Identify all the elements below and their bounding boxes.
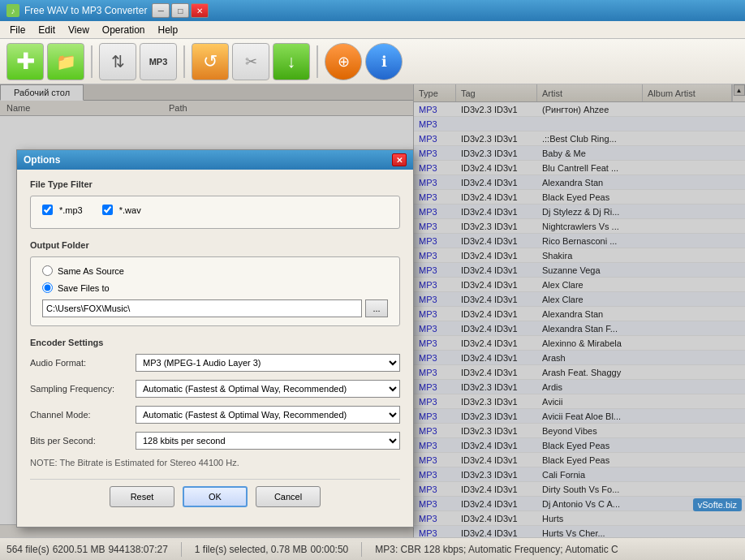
mp3-label: *.mp3 [59,205,83,215]
output-folder-label: Output Folder [30,240,400,250]
menu-view[interactable]: View [62,23,96,37]
dialog-title-bar: Options ✕ [17,150,413,170]
status-separator-2 [361,542,362,557]
maximize-button[interactable]: □ [171,3,189,18]
output-folder-section: Same As Source Save Files to ... [30,256,400,326]
add-folder-button[interactable]: 📁 [47,43,84,80]
cancel-button[interactable]: Cancel [256,486,321,507]
dialog-title: Options [24,154,60,166]
file-type-filter-label: File Type Filter [30,179,400,189]
sampling-freq-label: Sampling Frequency: [30,384,136,394]
options-dialog: Options ✕ File Type Filter *.mp3 *.wav O… [16,149,414,528]
modal-overlay: Options ✕ File Type Filter *.mp3 *.wav O… [0,84,745,537]
mp3-checkbox-row: *.mp3 *.wav [42,205,388,215]
browse-button[interactable]: ... [365,299,388,317]
wav-checkbox[interactable] [102,205,113,215]
audio-format-label: Audio Format: [30,358,136,368]
minimize-button[interactable]: ─ [152,3,170,18]
download-button[interactable]: ↓ [273,43,310,80]
info-button[interactable]: ℹ [365,43,403,80]
selected-info-text: 1 file(s) selected, 0.78 MB [195,544,308,555]
encoder-settings-label: Encoder Settings [30,338,400,347]
bits-per-second-label: Bits per Second: [30,436,136,446]
same-as-source-row: Same As Source [42,265,388,276]
sampling-freq-row: Sampling Frequency: Automatic (Fastest &… [30,380,400,398]
bits-per-second-select[interactable]: 128 kbits per second [136,432,400,450]
audio-format-row: Audio Format: MP3 (MPEG-1 Audio Layer 3) [30,354,400,372]
dialog-buttons: Reset OK Cancel [30,479,400,517]
same-as-source-radio[interactable] [42,265,53,276]
title-bar: ♪ Free WAV to MP3 Converter ─ □ ✕ [0,0,745,21]
dialog-body: File Type Filter *.mp3 *.wav Output Fold… [17,170,413,527]
status-selected: 1 file(s) selected, 0.78 MB 00:00:50 [195,544,348,555]
toolbar: ✚ 📁 ⇅ MP3 ↺ ✂ ↓ ⊕ ℹ [0,39,745,84]
convert-button[interactable]: MP3 [140,43,177,80]
status-separator-1 [181,542,182,557]
encoder-info-text: MP3: CBR 128 kbps; Automatic Frequency; … [375,544,618,555]
main-content: Рабочий стол Name Path Type Tag Artist A… [0,84,745,537]
file-type-filter-section: *.mp3 *.wav [30,196,400,229]
output-path-input[interactable] [42,299,362,317]
tools-button[interactable]: ✂ [232,43,269,80]
bits-per-second-row: Bits per Second: 128 kbits per second [30,432,400,450]
audio-format-select[interactable]: MP3 (MPEG-1 Audio Layer 3) [136,354,400,372]
window-controls: ─ □ ✕ [152,3,209,18]
sampling-freq-select[interactable]: Automatic (Fastest & Optimal Way, Recomm… [136,380,400,398]
channel-mode-label: Channel Mode: [30,410,136,420]
channel-mode-row: Channel Mode: Automatic (Fastest & Optim… [30,406,400,424]
status-file-count: 564 file(s) 6200.51 MB 944138:07:27 [6,544,168,555]
menu-operation[interactable]: Operation [96,23,152,37]
close-button[interactable]: ✕ [191,3,209,18]
total-size-text: 6200.51 MB [53,544,106,555]
toolbar-separator-1 [91,45,93,78]
sort-button[interactable]: ⇅ [99,43,136,80]
file-count-text: 564 file(s) [6,544,50,555]
save-files-to-label: Save Files to [58,283,110,293]
watermark: vSofte.biz [693,498,742,511]
mp3-checkbox[interactable] [42,205,53,215]
wav-label: *.wav [119,205,141,215]
refresh-button[interactable]: ↺ [192,43,229,80]
status-bar: 564 file(s) 6200.51 MB 944138:07:27 1 fi… [0,537,745,560]
menu-edit[interactable]: Edit [32,23,62,37]
help-circle-button[interactable]: ⊕ [325,43,362,80]
duration-text: 944138:07:27 [108,544,167,555]
channel-mode-select[interactable]: Automatic (Fastest & Optimal Way, Recomm… [136,406,400,424]
toolbar-separator-2 [183,45,185,78]
app-icon: ♪ [6,4,19,17]
menu-help[interactable]: Help [152,23,185,37]
reset-button[interactable]: Reset [110,486,174,507]
ok-button[interactable]: OK [183,486,248,507]
note-text: NOTE: The Bitrate is Estimated for Stere… [30,458,400,467]
status-encoder: MP3: CBR 128 kbps; Automatic Frequency; … [375,544,618,555]
menu-file[interactable]: File [3,23,32,37]
save-files-to-row: Save Files to [42,282,388,293]
dialog-close-button[interactable]: ✕ [392,153,407,166]
save-files-to-radio[interactable] [42,282,53,293]
selected-duration-text: 00:00:50 [311,544,349,555]
path-row: ... [42,299,388,317]
same-as-source-label: Same As Source [58,266,124,276]
add-files-button[interactable]: ✚ [6,43,44,80]
app-title: Free WAV to MP3 Converter [24,5,147,16]
toolbar-separator-3 [317,45,318,78]
menu-bar: File Edit View Operation Help [0,21,745,39]
